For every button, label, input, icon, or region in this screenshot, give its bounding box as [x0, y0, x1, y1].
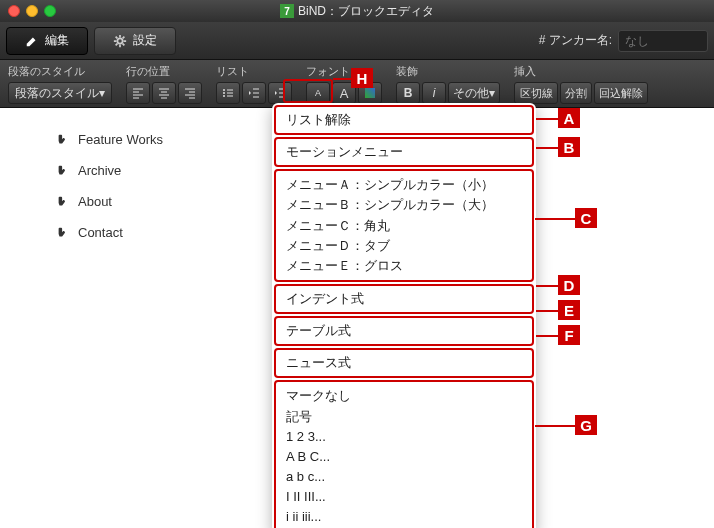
anchor-input[interactable]: [618, 30, 708, 52]
menu-item[interactable]: メニューＥ：グロス: [286, 256, 522, 276]
list-bullets-button[interactable]: [216, 82, 240, 104]
hand-icon: [56, 133, 70, 147]
menu-item[interactable]: メニューＢ：シンプルカラー（大）: [286, 195, 522, 215]
callout-a: A: [558, 108, 580, 128]
app-icon: 7: [280, 4, 294, 18]
align-left-button[interactable]: [126, 82, 150, 104]
hand-icon: [56, 226, 70, 240]
anchor-label: # アンカー名:: [539, 32, 612, 49]
callout-c: C: [575, 208, 597, 228]
tab-settings[interactable]: 設定: [94, 27, 176, 55]
chevron-down-icon: ▾: [99, 86, 105, 100]
tab-edit[interactable]: 編集: [6, 27, 88, 55]
group-paragraph-style: 段落のスタイル 段落のスタイル ▾: [8, 64, 112, 104]
dropdown-group-b: モーションメニュー: [274, 137, 534, 167]
chevron-down-icon: ▾: [489, 86, 495, 100]
align-center-button[interactable]: [152, 82, 176, 104]
hand-icon: [56, 164, 70, 178]
label-paragraph-style: 段落のスタイル: [8, 64, 112, 79]
svg-point-2: [223, 92, 225, 94]
svg-point-3: [223, 95, 225, 97]
group-list: リスト: [216, 64, 292, 104]
callout-label: F: [558, 325, 580, 345]
pencil-icon: [25, 34, 39, 48]
dropdown-group-e: テーブル式: [274, 316, 534, 346]
callout-e: E: [558, 300, 580, 320]
menu-item[interactable]: リスト解除: [286, 110, 522, 130]
list-item-label: Archive: [78, 163, 121, 178]
group-line-position: 行の位置: [126, 64, 202, 104]
menu-item[interactable]: テーブル式: [286, 321, 522, 341]
dropdown-group-g: マークなし 記号 1 2 3... A B C... a b c... I II…: [274, 380, 534, 528]
callout-g: G: [575, 415, 597, 435]
list-item-label: About: [78, 194, 112, 209]
list-dropdown-menu: リスト解除 モーションメニュー メニューＡ：シンプルカラー（小） メニューＢ：シ…: [272, 103, 536, 528]
svg-point-0: [117, 38, 122, 43]
dropdown-group-f: ニュース式: [274, 348, 534, 378]
callout-label: B: [558, 137, 580, 157]
label-line-position: 行の位置: [126, 64, 202, 79]
hand-icon: [56, 195, 70, 209]
group-insert: 挿入 区切線 分割 回込解除: [514, 64, 648, 104]
menu-item[interactable]: i ii iii...: [286, 507, 522, 527]
bold-button[interactable]: B: [396, 82, 420, 104]
menu-item[interactable]: I II III...: [286, 487, 522, 507]
menu-item[interactable]: 1 2 3...: [286, 427, 522, 447]
align-right-button[interactable]: [178, 82, 202, 104]
window-title: 7 BiND：ブロックエディタ: [280, 3, 434, 20]
list-item-label: Feature Works: [78, 132, 163, 147]
menu-item[interactable]: インデント式: [286, 289, 522, 309]
tab-settings-label: 設定: [133, 32, 157, 49]
menu-item[interactable]: メニューＡ：シンプルカラー（小）: [286, 175, 522, 195]
callout-label: E: [558, 300, 580, 320]
callout-label: H: [351, 68, 373, 88]
other-decoration-button[interactable]: その他▾: [448, 82, 500, 104]
list-item[interactable]: Archive: [50, 159, 169, 182]
minimize-icon[interactable]: [26, 5, 38, 17]
dropdown-group-d: インデント式: [274, 284, 534, 314]
sidebar-list: Feature Works Archive About Contact: [50, 128, 169, 244]
window-controls: [8, 5, 56, 17]
titlebar: 7 BiND：ブロックエディタ: [0, 0, 714, 22]
menu-item[interactable]: モーションメニュー: [286, 142, 522, 162]
close-icon[interactable]: [8, 5, 20, 17]
tab-edit-label: 編集: [45, 32, 69, 49]
menu-item[interactable]: メニューＣ：角丸: [286, 216, 522, 236]
menu-item[interactable]: A B C...: [286, 447, 522, 467]
insert-split-button[interactable]: 分割: [560, 82, 592, 104]
highlight-h: [283, 79, 333, 103]
main-tab-bar: 編集 設定 # アンカー名:: [0, 22, 714, 60]
list-item[interactable]: Feature Works: [50, 128, 169, 151]
zoom-icon[interactable]: [44, 5, 56, 17]
other-label: その他: [453, 85, 489, 102]
callout-b: B: [558, 137, 580, 157]
label-list: リスト: [216, 64, 292, 79]
callout-d: D: [558, 275, 580, 295]
dropdown-group-a: リスト解除: [274, 105, 534, 135]
label-insert: 挿入: [514, 64, 648, 79]
paragraph-style-select[interactable]: 段落のスタイル ▾: [8, 82, 112, 104]
menu-item[interactable]: マークなし: [286, 386, 522, 406]
window-title-text: BiND：ブロックエディタ: [298, 3, 434, 20]
callout-h: H: [351, 68, 373, 88]
color-swatch-icon: [365, 88, 375, 98]
list-item[interactable]: About: [50, 190, 169, 213]
list-item[interactable]: Contact: [50, 221, 169, 244]
menu-item[interactable]: ニュース式: [286, 353, 522, 373]
label-decoration: 装飾: [396, 64, 500, 79]
paragraph-style-text: 段落のスタイル: [15, 85, 99, 102]
callout-label: A: [558, 108, 580, 128]
italic-button[interactable]: i: [422, 82, 446, 104]
insert-clearwrap-button[interactable]: 回込解除: [594, 82, 648, 104]
dropdown-group-c: メニューＡ：シンプルカラー（小） メニューＢ：シンプルカラー（大） メニューＣ：…: [274, 169, 534, 282]
insert-separator-button[interactable]: 区切線: [514, 82, 558, 104]
list-outdent-button[interactable]: [242, 82, 266, 104]
menu-item[interactable]: メニューＤ：タブ: [286, 236, 522, 256]
gear-icon: [113, 34, 127, 48]
group-decoration: 装飾 B i その他▾: [396, 64, 500, 104]
callout-f: F: [558, 325, 580, 345]
callout-label: D: [558, 275, 580, 295]
menu-item[interactable]: a b c...: [286, 467, 522, 487]
menu-item[interactable]: 記号: [286, 407, 522, 427]
callout-label: G: [575, 415, 597, 435]
